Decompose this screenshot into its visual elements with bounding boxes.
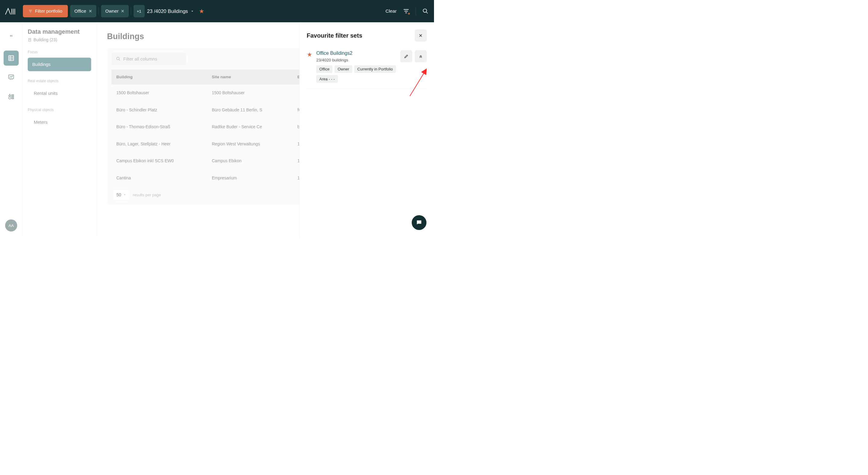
buildings-count-dropdown[interactable]: 23 /4020 Buildings (147, 8, 194, 14)
favourite-subtitle: 23/4020 buildings (316, 58, 396, 63)
favourite-title[interactable]: Office Buildings2 (316, 50, 396, 56)
filter-portfolio-label: Filter portfolio (35, 9, 62, 14)
chevron-double-up-icon (418, 54, 423, 59)
svg-point-10 (9, 97, 11, 99)
panel-close-button[interactable]: ✕ (415, 30, 427, 41)
rail-objects[interactable] (4, 89, 19, 104)
cell-building: 1500 Boltshauser (112, 84, 207, 101)
filter-columns-input[interactable] (123, 56, 181, 61)
svg-point-19 (117, 57, 119, 60)
collapse-sidebar-button[interactable] (7, 31, 16, 40)
sidebar-section-real-estate: Real estate objects (28, 79, 91, 83)
favourite-tag: Office (316, 65, 333, 73)
page-size-value: 50 (117, 192, 121, 197)
collapse-favourite-button[interactable] (415, 50, 427, 62)
chevron-down-icon (190, 9, 194, 13)
svg-rect-14 (29, 38, 31, 41)
page-size-label: results per page (133, 192, 161, 197)
sidebar-title: Data management (28, 28, 91, 35)
clear-filters-button[interactable]: Clear (385, 8, 397, 14)
svg-rect-17 (29, 40, 30, 40)
close-icon[interactable]: ✕ (121, 9, 124, 14)
page-size-select[interactable]: 50 (113, 190, 130, 200)
user-avatar[interactable]: AA (5, 219, 17, 232)
svg-rect-13 (12, 98, 13, 99)
rail-data-management[interactable] (4, 50, 19, 66)
filter-chip-label: Office (74, 9, 86, 14)
close-icon[interactable]: ✕ (89, 9, 92, 14)
topbar: Filter portfolio Office ✕ Owner ✕ +1 23 … (0, 0, 434, 22)
cell-building: Campus Ebikon inkl SCS EW0 (112, 152, 207, 169)
filter-icon (28, 9, 33, 13)
left-rail: AA (0, 22, 22, 238)
filter-chip-office[interactable]: Office ✕ (70, 5, 96, 18)
favourite-tag: Currently in Portfolio (354, 65, 396, 73)
search-icon (116, 57, 121, 61)
svg-rect-12 (12, 96, 13, 97)
filter-sets-button[interactable]: ★ (402, 7, 410, 15)
sidebar-building-count: Building (23) (28, 38, 91, 42)
favourite-star-icon[interactable]: ★ (199, 8, 204, 15)
col-building[interactable]: Building (112, 70, 207, 84)
sidebar-item-meters[interactable]: Meters (28, 115, 91, 129)
topbar-separator (415, 7, 416, 15)
star-icon[interactable]: ★ (307, 51, 312, 83)
more-filters-count: +1 (137, 9, 141, 13)
favourite-tags: OfficeOwnerCurrently in PortfolioArea - … (316, 65, 396, 83)
edit-favourite-button[interactable] (400, 50, 412, 62)
app-logo[interactable] (5, 6, 16, 16)
svg-rect-16 (30, 39, 30, 39)
star-badge-icon: ★ (407, 12, 410, 15)
svg-marker-9 (9, 94, 11, 96)
svg-rect-11 (12, 95, 13, 96)
cell-building: Cantina (112, 169, 207, 186)
cell-site: Radtke Buder - Service Ce (207, 118, 293, 135)
svg-rect-2 (9, 56, 14, 61)
filter-portfolio-button[interactable]: Filter portfolio (23, 5, 68, 18)
chat-icon (416, 219, 423, 226)
svg-point-0 (423, 9, 427, 13)
cell-site: Empresarium (207, 169, 293, 186)
cell-site: Büro Gebäude 11 Berlin, S (207, 101, 293, 118)
buildings-count-text: 23 /4020 Buildings (147, 8, 188, 14)
more-filters-chip[interactable]: +1 (133, 5, 145, 18)
cell-building: Büro - Schindler Platz (112, 101, 207, 118)
svg-line-1 (426, 12, 428, 13)
svg-rect-15 (29, 39, 30, 39)
favourite-filter-item: ★ Office Buildings2 23/4020 buildings Of… (307, 50, 427, 89)
svg-line-20 (119, 59, 120, 61)
sidebar-section-focus: Focus (28, 50, 91, 54)
chip-separator (131, 7, 131, 15)
avatar-initials: AA (8, 223, 13, 228)
sidebar: Data management Building (23) Focus Buil… (22, 22, 97, 238)
cell-site: Region West Verwaltungs (207, 135, 293, 152)
filter-chip-owner[interactable]: Owner ✕ (101, 5, 129, 18)
svg-rect-18 (30, 40, 30, 40)
favourite-filter-panel: Favourite filter sets ✕ ★ Office Buildin… (299, 22, 434, 238)
sidebar-section-physical: Physical objects (28, 108, 91, 112)
search-button[interactable] (422, 7, 429, 15)
filter-columns-wrap[interactable] (112, 53, 186, 65)
cell-site: 1500 Boltshauser (207, 84, 293, 101)
panel-title: Favourite filter sets (307, 32, 363, 39)
favourite-tag: Area - - - (316, 75, 338, 83)
rail-analytics[interactable] (4, 70, 19, 85)
chevron-down-icon (123, 193, 126, 196)
cell-site: Campus Ebikon (207, 152, 293, 169)
cell-building: Büro, Lager, Stellplatz - Heer (112, 135, 207, 152)
chat-widget-button[interactable] (412, 215, 427, 230)
sidebar-item-rental-units[interactable]: Rental units (28, 87, 91, 100)
cell-building: Büro - Thomas-Edison-Straß (112, 118, 207, 135)
building-icon (28, 38, 32, 42)
close-icon: ✕ (418, 33, 423, 38)
filter-chip-label: Owner (105, 9, 119, 14)
sidebar-item-buildings[interactable]: Buildings (28, 58, 91, 71)
favourite-tag: Owner (335, 65, 352, 73)
col-site[interactable]: Site name (207, 70, 293, 84)
pencil-icon (404, 54, 409, 59)
